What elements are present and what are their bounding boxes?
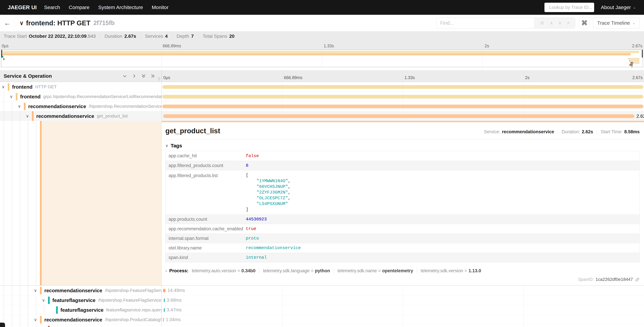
- service-color-bar: [48, 326, 50, 327]
- nav-item-system-architecture[interactable]: System Architecture: [98, 4, 143, 10]
- span-bar-cell[interactable]: 1.04ms: [162, 315, 644, 324]
- jaeger-logo[interactable]: JAEGER UI: [8, 4, 36, 10]
- tag-value-list: ["1YMWWN1N4O","66VCHSJNUP","2ZYFJ3GM2N",…: [246, 172, 290, 212]
- trace-id-short: 2f715fb: [94, 20, 115, 26]
- indent-guides: [0, 102, 18, 111]
- span-duration-label: 3.68ms: [167, 298, 182, 303]
- indent-guides: [0, 111, 26, 121]
- minimap-tick: 2.67s: [632, 44, 642, 48]
- span-row-partially-visible[interactable]: [0, 324, 644, 327]
- span-row-get-product-list-selected[interactable]: ∨ recommendationservice get_product_list…: [0, 111, 644, 121]
- duration-value: 2.67s: [124, 34, 136, 39]
- find-prev-icon[interactable]: ∧: [550, 20, 553, 26]
- column-resizer-grip[interactable]: ||: [158, 76, 160, 81]
- tag-row[interactable]: app.cache_hit false: [166, 151, 640, 161]
- expand-all-icon[interactable]: [150, 74, 156, 78]
- span-duration-bar[interactable]: [162, 95, 643, 98]
- span-duration-bar[interactable]: [164, 308, 165, 312]
- tag-row[interactable]: otel.library.name recommendationservice: [166, 243, 640, 253]
- minimap-span-frontend-grpc: [2, 53, 631, 56]
- chevron-down-icon[interactable]: ∨: [26, 114, 32, 118]
- collapse-trace-chevron-icon[interactable]: ∨: [20, 20, 24, 26]
- back-button[interactable]: ←: [0, 15, 15, 31]
- span-row-recommendation-list[interactable]: ∨ recommendationservice /hipstershop.Rec…: [0, 102, 644, 111]
- span-operation: HTTP GET: [35, 84, 57, 90]
- tag-row[interactable]: app.filtered_products.count 8: [166, 161, 640, 170]
- find-clear-icon[interactable]: ×: [567, 20, 570, 26]
- span-row-featureflag-parent[interactable]: ∨ recommendationservice /hipstershop.Fea…: [0, 286, 644, 295]
- chevron-down-icon[interactable]: ∨: [10, 94, 16, 99]
- about-jaeger-menu[interactable]: About Jaeger ⌄: [601, 4, 636, 10]
- span-row-frontend-grpc[interactable]: ∨ frontend grpc.hipstershop.Recommendati…: [0, 92, 644, 102]
- find-next-icon[interactable]: ∨: [558, 20, 562, 26]
- chevron-down-icon[interactable]: ∨: [34, 288, 40, 293]
- tag-row[interactable]: app.filtered_products.list ["1YMWWN1N4O"…: [166, 170, 640, 214]
- span-bar-cell[interactable]: [162, 92, 644, 102]
- chevron-down-icon[interactable]: ∨: [34, 317, 40, 322]
- find-input[interactable]: Find...: [436, 18, 534, 28]
- span-bar-cell[interactable]: 2.62s: [162, 111, 644, 121]
- ruler-tick: 666.89ms: [284, 75, 302, 80]
- chevron-down-icon[interactable]: ∨: [18, 104, 24, 109]
- link-icon[interactable]: [635, 277, 640, 282]
- tag-row[interactable]: internal.span.format proto: [166, 234, 640, 243]
- tags-section-header[interactable]: ∨ Tags: [165, 143, 640, 148]
- trace-minimap[interactable]: [1, 50, 643, 67]
- trace-start-label: Trace Start: [4, 34, 27, 39]
- process-section[interactable]: › Process: telemetry.auto.version = 0.34…: [165, 268, 640, 274]
- expand-one-icon[interactable]: [132, 74, 137, 78]
- tag-row[interactable]: span.kind internal: [166, 253, 640, 262]
- minimap-span-frontend: [2, 51, 639, 53]
- span-row-featureflag-repo-query[interactable]: ∨ featureflagservice featureflagservice.…: [0, 305, 644, 315]
- duration-label: Duration:: [562, 129, 580, 134]
- minimap-span-right-3: [630, 60, 640, 62]
- nav-item-compare[interactable]: Compare: [69, 4, 90, 10]
- span-service: recommendationservice: [44, 288, 102, 294]
- span-row-frontend-http-get[interactable]: ∨ frontend HTTP GET: [0, 82, 644, 92]
- span-duration-bar[interactable]: [162, 85, 643, 89]
- span-row-featureflagservice[interactable]: ∨ featureflagservice /hipstershop.Featur…: [0, 295, 644, 305]
- service-operation-header: Service & Operation ||: [0, 70, 162, 82]
- span-detail-accent-bar[interactable]: [40, 121, 42, 285]
- tag-row[interactable]: app.recommendation.cache_enabled true: [166, 224, 640, 234]
- duration-label: Duration: [104, 34, 122, 39]
- span-duration-bar[interactable]: [162, 104, 643, 108]
- nav-item-search[interactable]: Search: [44, 4, 60, 10]
- locate-icon[interactable]: [540, 21, 544, 25]
- span-duration-bar[interactable]: [163, 318, 164, 322]
- indent-guides: [0, 92, 10, 102]
- span-bar-cell[interactable]: [162, 102, 644, 111]
- span-bar-cell[interactable]: 14.49ms: [162, 286, 644, 295]
- minimap-span-right-teal: [632, 66, 632, 67]
- collapse-one-icon[interactable]: [122, 74, 127, 78]
- tag-value: 44530923: [246, 217, 267, 222]
- minimap-left-handle[interactable]: [1, 50, 2, 58]
- divider: [259, 268, 260, 273]
- span-bar-cell[interactable]: 3.47ms: [162, 305, 644, 315]
- trace-id-lookup-input[interactable]: Lookup by Trace ID...: [544, 3, 594, 12]
- chevron-down-icon[interactable]: ∨: [42, 298, 48, 303]
- tag-row[interactable]: app.products.count 44530923: [166, 214, 640, 224]
- span-operation: /hipstershop.ProductCatalogSer...: [105, 317, 162, 322]
- service-color-bar: [40, 287, 42, 294]
- keyboard-shortcuts-button[interactable]: ⌘: [579, 18, 590, 28]
- span-bar-cell[interactable]: [162, 325, 644, 327]
- span-duration-bar[interactable]: [163, 289, 166, 292]
- span-service: frontend: [12, 84, 32, 90]
- trace-view-selector[interactable]: Trace Timeline ⌄: [593, 18, 640, 28]
- minimap-tick-labels: 0μs 666.89ms 1.33s 2s 2.67s: [0, 41, 644, 50]
- minimap-right-handle[interactable]: [642, 50, 643, 58]
- span-bar-cell[interactable]: [162, 82, 644, 92]
- span-duration-bar[interactable]: [163, 114, 634, 118]
- chevron-down-icon[interactable]: ∨: [2, 84, 8, 89]
- tag-key: app.cache_hit: [166, 153, 246, 158]
- span-detail-panel: get_product_list Service: recommendation…: [162, 121, 644, 285]
- span-duration-bar[interactable]: [164, 298, 165, 302]
- span-bar-cell[interactable]: 3.68ms: [162, 296, 644, 305]
- ruler-tick: 0μs: [163, 75, 170, 80]
- span-row-productcatalog-parent[interactable]: ∨ recommendationservice /hipstershop.Pro…: [0, 315, 644, 324]
- collapse-all-icon[interactable]: [141, 74, 146, 78]
- divider: [140, 34, 141, 38]
- service-color-bar: [48, 296, 50, 304]
- nav-item-monitor[interactable]: Monitor: [152, 4, 168, 10]
